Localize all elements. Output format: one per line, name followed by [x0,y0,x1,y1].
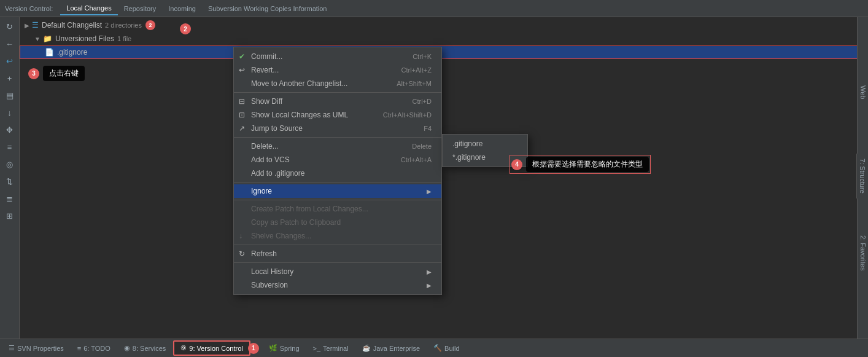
folder-icon: 📁 [43,34,52,43]
context-menu: ✔ Commit... Ctrl+K ↩ Revert... Ctrl+Alt+… [233,47,442,295]
tab-svn-properties[interactable]: ☰ SVN Properties [2,342,70,355]
cm-create-patch: Create Patch from Local Changes... [234,202,441,216]
tab-local-changes[interactable]: Local Changes [60,2,117,15]
subversion-label: Subversion [251,281,288,289]
gitignore-exact-label: .gitignore [452,139,482,148]
layers-icon[interactable]: ≡ [3,140,17,154]
tab-subversion[interactable]: Subversion Working Copies Information [202,2,333,15]
cm-show-uml[interactable]: ⊡ Show Local Changes as UML Ctrl+Alt+Shi… [234,108,441,122]
tree-row-gitignore[interactable]: 📄 .gitignore [20,45,868,59]
vc-tab-label: 9: Version Control [189,345,242,352]
cm-revert[interactable]: ↩ Revert... Ctrl+Alt+Z [234,63,441,77]
annotation-1: 1 [248,343,259,354]
revert-icon: ↩ [239,66,245,74]
arrow-left-icon[interactable]: ← [3,37,17,50]
annotation-3-label: 点击右键 [43,66,85,81]
delete-label: Delete... [251,142,279,151]
tab-version-control[interactable]: ⑨ 9: Version Control [173,340,250,356]
changelist-badge: 2 [145,20,155,30]
grid-icon[interactable]: ⊞ [3,209,17,222]
tab-incoming[interactable]: Incoming [162,2,202,15]
cm-commit[interactable]: ✔ Commit... Ctrl+K [234,50,441,63]
cm-subversion[interactable]: Subversion ▶ [234,278,441,292]
services-label: 8: Services [133,345,166,352]
annotation-2-bubble: 2 [180,23,191,34]
revert-label: Revert... [251,66,279,74]
local-history-label: Local History [251,267,293,276]
shelve-label: Shelve Changes... [251,232,311,240]
cm-add-gitignore[interactable]: Add to .gitignore [234,167,441,180]
tab-terminal[interactable]: >_ Terminal [307,342,355,355]
z-structure-label[interactable]: 7: Structure [856,154,868,198]
left-sidebar: ↻ ← ↩ + ▤ ↓ ✥ ≡ ◎ ⇅ ≣ ⊞ [0,17,20,339]
spring-icon: 🌿 [269,344,277,352]
annotation-4: 4 根据需要选择需要忽略的文件类型 [510,155,651,174]
tab-todo[interactable]: ≡ 6: TODO [71,342,117,355]
jump-shortcut: F4 [424,125,432,132]
commit-label: Commit... [251,52,282,61]
build-label: Build [444,345,459,352]
local-history-arrow: ▶ [427,269,432,275]
cm-add-vcs[interactable]: Add to VCS Ctrl+Alt+A [234,153,441,167]
uml-shortcut: Ctrl+Alt+Shift+D [383,111,432,119]
gitignore-label: .gitignore [57,48,87,57]
tab-spring[interactable]: 🌿 Spring [263,342,306,355]
unversioned-label: Unversioned Files [55,34,114,43]
build-icon: 🔨 [433,344,442,352]
favorites-label[interactable]: 2: Favorites [858,233,868,273]
ignore-label: Ignore [251,187,272,195]
annotation-3-bubble: 3 [28,68,39,79]
move-icon[interactable]: ✥ [3,123,17,136]
vc-tab-icon: ⑨ [180,344,187,352]
tree-row-unversioned[interactable]: ▼ 📁 Unversioned Files 1 file [20,32,868,45]
separator-4 [234,200,441,200]
diff-shortcut: Ctrl+D [413,98,432,105]
uml-icon: ⊡ [239,111,245,119]
download-icon[interactable]: ↓ [3,106,17,119]
changelist-label: Default Changelist [42,21,102,29]
terminal-icon: >_ [313,345,321,352]
cm-shelve: ↓ Shelve Changes... [234,229,441,243]
web-label[interactable]: Web [858,83,868,101]
spring-label: Spring [280,345,300,352]
separator-5 [234,245,441,245]
refresh-label: Refresh [251,249,277,258]
cm-refresh[interactable]: ↻ Refresh [234,247,441,261]
tab-repository[interactable]: Repository [118,2,163,15]
cm-local-history[interactable]: Local History ▶ [234,265,441,278]
refresh-cm-icon: ↻ [239,249,245,258]
expand-icon-unversioned: ▼ [34,36,41,42]
chat-icon[interactable]: ▤ [3,88,17,102]
tree-row-default-changelist[interactable]: ▶ ☰ Default Changelist 2 directories 2 [20,18,868,32]
sort-icon[interactable]: ⇅ [3,175,17,188]
refresh-icon[interactable]: ↻ [3,20,17,33]
svn-icon: ☰ [9,344,15,352]
annotation-4-bubble: 4 [511,159,522,170]
cm-jump-source[interactable]: ↗ Jump to Source F4 [234,122,441,135]
cm-ignore[interactable]: Ignore ▶ [234,184,441,198]
svn-label: SVN Properties [17,345,64,352]
eye-icon[interactable]: ◎ [3,157,17,171]
file-icon-gitignore: 📄 [45,48,54,57]
top-tab-bar: Version Control: Local Changes Repositor… [0,0,868,17]
gitignore-wildcard-label: *.gitignore [452,153,486,162]
terminal-label: Terminal [323,345,349,352]
cm-show-diff[interactable]: ⊟ Show Diff Ctrl+D [234,95,441,108]
tab-build[interactable]: 🔨 Build [427,342,465,355]
todo-icon: ≡ [77,345,81,352]
align-icon[interactable]: ≣ [3,192,17,205]
tab-services[interactable]: ◉ 8: Services [118,342,172,355]
submenu-gitignore-exact[interactable]: .gitignore [443,137,527,151]
cm-move-changelist[interactable]: Move to Another Changelist... Alt+Shift+… [234,77,441,90]
plus-icon[interactable]: + [3,71,17,85]
annotation-1-bubble: 1 [248,343,259,354]
add-vcs-label: Add to VCS [251,155,290,164]
annotation-3: 3 点击右键 [28,66,85,81]
cm-delete[interactable]: Delete... Delete [234,139,441,153]
jump-label: Jump to Source [251,124,303,133]
tab-java-enterprise[interactable]: ☕ Java Enterprise [356,342,426,355]
undo-icon[interactable]: ↩ [3,54,17,68]
ignore-arrow: ▶ [427,188,432,195]
annotation-2: 2 [180,23,191,34]
separator-6 [234,262,441,263]
